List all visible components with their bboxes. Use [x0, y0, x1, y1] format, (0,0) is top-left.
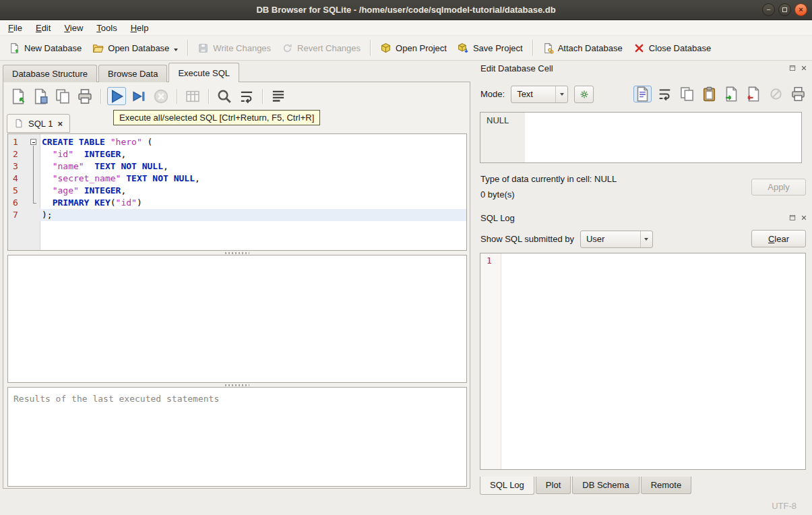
splitter-grip: [225, 384, 249, 386]
paste-icon[interactable]: [700, 86, 718, 102]
menu-tools[interactable]: Tools: [90, 20, 123, 35]
cell-type-info: Type of data currently in cell: NULL: [480, 174, 617, 184]
tab-execute-sql[interactable]: Execute SQL: [168, 63, 239, 82]
tab-browse-data[interactable]: Browse Data: [98, 65, 167, 82]
toolbar-separator: [262, 89, 263, 104]
save-results-icon: [183, 87, 202, 105]
line-number: 5: [8, 185, 28, 197]
window-controls: − ×: [762, 3, 807, 16]
fold-gutter: [28, 148, 40, 160]
menu-help[interactable]: Help: [124, 20, 156, 35]
export-file-icon[interactable]: [745, 86, 763, 102]
code-line-6: 6 PRIMARY KEY("id"): [8, 197, 466, 209]
open-database-button[interactable]: Open Database: [87, 39, 183, 57]
main-tabbar: Database StructureBrowse DataExecute SQL: [3, 63, 241, 82]
encoding-indicator: UTF-8: [772, 501, 797, 511]
cell-mode-combo[interactable]: Text: [511, 86, 568, 103]
code-line-7: 7);: [8, 209, 466, 221]
write-changes-icon: [197, 42, 209, 54]
format-sql-icon[interactable]: [269, 87, 288, 105]
float-icon[interactable]: [787, 212, 797, 222]
maximize-icon: [782, 7, 787, 12]
tab-database-structure[interactable]: Database Structure: [3, 65, 97, 82]
revert-changes-button: Revert Changes: [276, 39, 366, 57]
tab-sql-log[interactable]: SQL Log: [480, 477, 534, 495]
code-token: "hero": [111, 137, 142, 147]
save-project-icon: [458, 42, 469, 54]
code-token: (: [111, 198, 116, 208]
find-icon[interactable]: [215, 87, 234, 105]
cell-editor[interactable]: NULL: [480, 112, 802, 163]
log-filter-row: Show SQL submitted by User: [480, 230, 653, 248]
code-token: ): [137, 198, 142, 208]
code-token: ,: [163, 161, 168, 171]
sql-log-area: 1: [480, 253, 806, 470]
code-token: INTEGER: [84, 185, 121, 195]
toolbar-separator: [370, 40, 371, 56]
close-database-button[interactable]: Close Database: [628, 39, 717, 57]
open-sql-file-icon[interactable]: [9, 87, 28, 105]
combo-value: Text: [517, 89, 555, 99]
execute-line-icon[interactable]: [129, 87, 148, 105]
import-file-icon[interactable]: [722, 86, 741, 102]
tab-sql-1[interactable]: SQL 1 ×: [7, 114, 70, 133]
chevron-down-icon[interactable]: [174, 49, 178, 51]
code-text: "name" TEXT NOT NULL,: [40, 160, 466, 173]
menu-file[interactable]: File: [1, 20, 29, 35]
fold-gutter: [28, 160, 40, 173]
word-wrap-icon[interactable]: [656, 86, 674, 102]
tab-plot[interactable]: Plot: [536, 477, 571, 494]
fold-marker[interactable]: [28, 136, 40, 148]
minimize-button[interactable]: −: [762, 3, 775, 16]
clear-button[interactable]: Clear: [751, 230, 806, 247]
maximize-button[interactable]: [778, 3, 791, 16]
close-icon[interactable]: [799, 63, 809, 73]
print-icon[interactable]: [789, 86, 807, 102]
execute-sql-panel: SQL 1 × 1CREATE TABLE "hero" (2 "id" INT…: [3, 82, 470, 489]
word-wrap-icon[interactable]: [237, 87, 256, 105]
menu-edit[interactable]: Edit: [29, 20, 57, 35]
new-database-button[interactable]: New Database: [3, 39, 87, 57]
save-sql-file-icon[interactable]: [31, 87, 50, 105]
titlebar[interactable]: DB Browser for SQLite - /home/user/code/…: [0, 0, 812, 20]
toolbar-button-label: Close Database: [649, 43, 712, 53]
line-number: 6: [8, 197, 28, 209]
gear-icon[interactable]: [574, 86, 594, 103]
code-token: [42, 149, 53, 159]
copy-icon[interactable]: [678, 86, 696, 102]
tab-remote[interactable]: Remote: [641, 477, 692, 494]
menubar: FileEditViewToolsHelp: [0, 20, 812, 36]
code-token: [42, 198, 53, 208]
code-line-4: 4 "secret_name" TEXT NOT NULL,: [8, 173, 466, 185]
float-icon[interactable]: [787, 63, 797, 73]
save-sql-file-as-icon[interactable]: [53, 87, 72, 105]
save-project-button[interactable]: Save Project: [452, 39, 528, 57]
text-mode-icon[interactable]: [633, 86, 652, 102]
code-line-2: 2 "id" INTEGER,: [8, 148, 466, 160]
menu-view[interactable]: View: [57, 20, 90, 35]
line-number: 3: [8, 160, 28, 173]
code-token: ,: [195, 173, 200, 183]
sql-editor[interactable]: 1CREATE TABLE "hero" (2 "id" INTEGER,3 "…: [7, 133, 467, 251]
close-tab-icon[interactable]: ×: [57, 119, 63, 128]
code-token: [79, 185, 84, 195]
execute-all-icon[interactable]: [107, 87, 126, 105]
toolbar-button-label: Open Database: [108, 43, 169, 53]
close-button[interactable]: ×: [794, 3, 807, 16]
log-filter-combo[interactable]: User: [580, 231, 653, 248]
toolbar-button-label: Attach Database: [558, 43, 623, 53]
revert-changes-icon: [282, 42, 293, 54]
toolbar-button-label: Save Project: [473, 43, 523, 53]
attach-database-button[interactable]: Attach Database: [537, 39, 628, 57]
code-text: CREATE TABLE "hero" (: [40, 136, 466, 148]
fold-gutter: [28, 185, 40, 197]
set-null-icon: [767, 86, 785, 102]
fold-gutter: [28, 197, 40, 209]
print-icon[interactable]: [75, 87, 94, 105]
new-database-icon: [9, 42, 20, 54]
tab-db-schema[interactable]: DB Schema: [572, 477, 639, 494]
close-icon[interactable]: [799, 212, 809, 222]
toolbar-separator: [100, 89, 101, 104]
open-project-button[interactable]: Open Project: [375, 39, 452, 57]
code-text: "id" INTEGER,: [40, 148, 466, 160]
